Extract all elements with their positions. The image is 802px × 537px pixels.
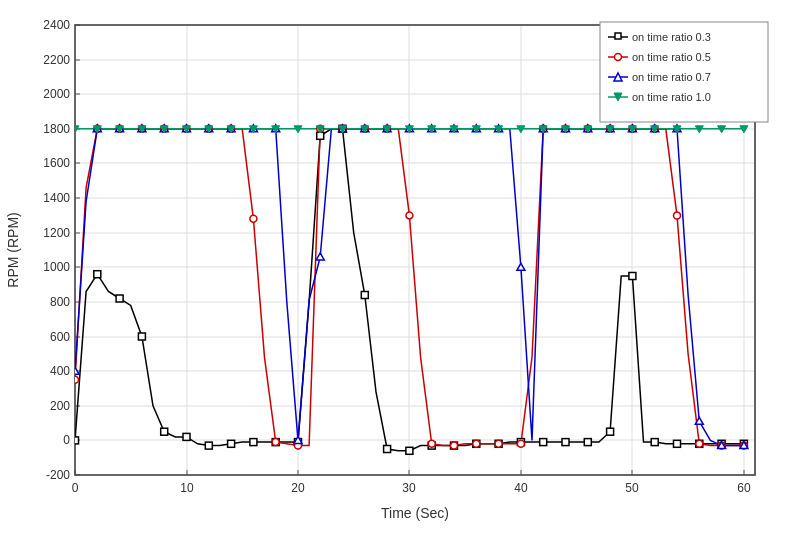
marker-ratio03-14 — [228, 440, 235, 447]
x-tick-0: 0 — [72, 481, 79, 495]
x-tick-40: 40 — [514, 481, 528, 495]
legend-label-03: on time ratio 0.3 — [632, 31, 711, 43]
marker-ratio05-36 — [473, 440, 480, 447]
marker-ratio03-6 — [138, 333, 145, 340]
marker-ratio03-46 — [584, 439, 591, 446]
marker-ratio05-34 — [451, 442, 458, 449]
marker-ratio05-16 — [250, 215, 257, 222]
y-tick-200: 200 — [50, 399, 70, 413]
y-tick-2400: 2400 — [43, 18, 70, 32]
marker-ratio03-12 — [205, 442, 212, 449]
y-tick-1400: 1400 — [43, 191, 70, 205]
x-tick-20: 20 — [291, 481, 305, 495]
legend-marker-05 — [615, 54, 622, 61]
marker-ratio05-32 — [428, 440, 435, 447]
marker-ratio03-30 — [406, 447, 413, 454]
marker-ratio05-30 — [406, 212, 413, 219]
y-tick-1200: 1200 — [43, 226, 70, 240]
marker-ratio03-8 — [161, 428, 168, 435]
marker-ratio03-52 — [651, 439, 658, 446]
x-axis-title: Time (Sec) — [381, 505, 449, 521]
x-tick-10: 10 — [180, 481, 194, 495]
y-tick-400: 400 — [50, 364, 70, 378]
x-tick-50: 50 — [625, 481, 639, 495]
chart-container: -200 0 200 400 600 800 1000 1200 1400 16… — [0, 0, 802, 537]
marker-ratio05-18 — [272, 439, 279, 446]
legend-marker-03 — [615, 33, 621, 39]
marker-ratio03-50 — [629, 273, 636, 280]
marker-ratio03-42 — [540, 439, 547, 446]
marker-ratio03-44 — [562, 439, 569, 446]
marker-ratio03-28 — [384, 446, 391, 453]
y-tick-1600: 1600 — [43, 156, 70, 170]
y-tick-800: 800 — [50, 295, 70, 309]
y-tick-2200: 2200 — [43, 53, 70, 67]
marker-ratio03-26 — [361, 292, 368, 299]
y-tick-2000: 2000 — [43, 87, 70, 101]
marker-ratio05-38 — [495, 440, 502, 447]
x-tick-30: 30 — [402, 481, 416, 495]
y-tick-1000: 1000 — [43, 260, 70, 274]
y-tick-1800: 1800 — [43, 122, 70, 136]
y-tick-0: 0 — [63, 433, 70, 447]
marker-ratio05-54 — [674, 212, 681, 219]
chart-svg: -200 0 200 400 600 800 1000 1200 1400 16… — [0, 0, 802, 537]
marker-ratio03-2 — [94, 271, 101, 278]
y-tick-n200: -200 — [46, 468, 70, 482]
y-axis-title: RPM (RPM) — [5, 212, 21, 287]
legend-label-10: on time ratio 1.0 — [632, 91, 711, 103]
marker-ratio03-16 — [250, 439, 257, 446]
marker-ratio03-48 — [607, 428, 614, 435]
marker-ratio03-4 — [116, 295, 123, 302]
x-tick-60: 60 — [737, 481, 751, 495]
marker-ratio05-40 — [517, 440, 524, 447]
marker-ratio03-10 — [183, 433, 190, 440]
legend-label-05: on time ratio 0.5 — [632, 51, 711, 63]
y-tick-600: 600 — [50, 330, 70, 344]
marker-ratio03-54 — [674, 440, 681, 447]
marker-ratio05-56 — [696, 440, 703, 447]
legend-label-07: on time ratio 0.7 — [632, 71, 711, 83]
